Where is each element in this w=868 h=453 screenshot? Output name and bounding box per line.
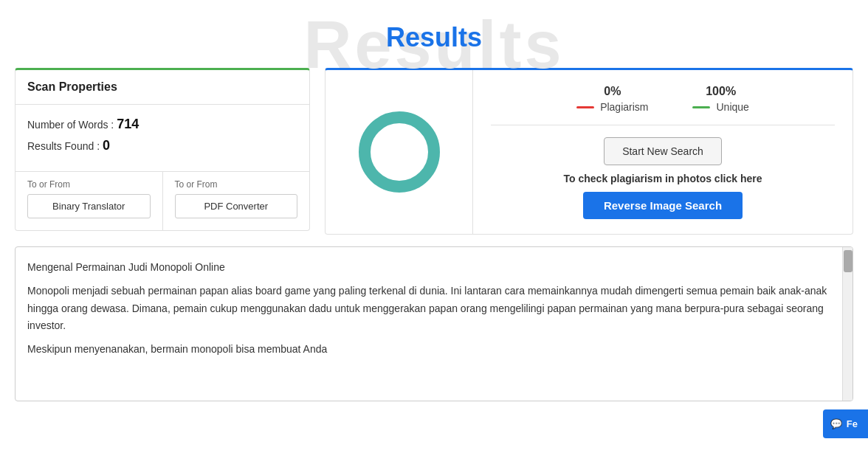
word-count-label: Number of Words : — [27, 119, 114, 131]
floating-icon: 💬 — [830, 418, 842, 429]
word-count-value: 714 — [117, 117, 139, 131]
text-paragraph2: Meskipun menyenanakan, bermain monopoli … — [27, 341, 830, 359]
unique-legend: 100% Unique — [692, 85, 748, 113]
converter2-label: To or From — [175, 179, 298, 190]
left-panel: Scan Properties Number of Words : 714 Re… — [15, 68, 310, 235]
results-found-value: 0 — [103, 138, 110, 153]
legend-row: 0% Plagiarism 100% Unique — [491, 85, 835, 113]
plagiarism-legend: 0% Plagiarism — [576, 85, 648, 113]
page-title: Results — [0, 22, 868, 53]
donut-chart — [359, 111, 440, 193]
text-heading: Mengenal Permainan Judi Monopoli Online — [27, 259, 830, 277]
plagiarism-label: Plagiarism — [600, 101, 648, 113]
unique-indicator — [692, 106, 710, 108]
scan-properties-card: Scan Properties Number of Words : 714 Re… — [15, 68, 310, 231]
right-panel: 0% Plagiarism 100% Unique Start — [325, 68, 853, 235]
results-section: 0% Plagiarism 100% Unique Start — [473, 70, 852, 234]
plagiarism-legend-row: Plagiarism — [576, 101, 648, 113]
converter-binary: To or From Binary Translator — [16, 172, 163, 230]
start-new-search-button[interactable]: Start New Search — [604, 137, 722, 165]
unique-pct: 100% — [706, 85, 736, 98]
converter1-label: To or From — [27, 179, 151, 190]
text-paragraph1: Monopoli menjadi sebuah permainan papan … — [27, 283, 830, 335]
scrollbar-track[interactable] — [842, 247, 852, 401]
scan-stats: Number of Words : 714 Results Found : 0 — [16, 105, 309, 172]
unique-legend-row: Unique — [692, 101, 748, 113]
photo-check-label: To check plagiarism in photos click here — [564, 173, 762, 184]
donut-section — [326, 70, 473, 234]
action-section: Start New Search To check plagiarism in … — [491, 137, 835, 219]
binary-translator-button[interactable]: Binary Translator — [27, 194, 151, 218]
text-area-section: Mengenal Permainan Judi Monopoli Online … — [15, 246, 853, 401]
results-found-label: Results Found : — [27, 140, 100, 152]
unique-label: Unique — [716, 101, 748, 113]
text-content: Mengenal Permainan Judi Monopoli Online … — [16, 247, 842, 401]
plagiarism-pct: 0% — [604, 85, 621, 98]
floating-feedback-button[interactable]: 💬 Fe — [823, 409, 868, 438]
converters: To or From Binary Translator To or From … — [16, 172, 309, 230]
results-found-row: Results Found : 0 — [27, 138, 297, 153]
converter-pdf: To or From PDF Converter — [163, 172, 310, 230]
scrollbar-thumb[interactable] — [844, 250, 852, 272]
pdf-converter-button[interactable]: PDF Converter — [175, 194, 298, 218]
plagiarism-indicator — [576, 106, 594, 108]
reverse-image-search-button[interactable]: Reverse Image Search — [583, 192, 743, 219]
divider — [491, 125, 835, 125]
main-content: Scan Properties Number of Words : 714 Re… — [0, 68, 868, 235]
word-count-row: Number of Words : 714 — [27, 117, 297, 132]
scan-properties-header: Scan Properties — [16, 70, 309, 105]
photo-check-text: To check plagiarism in photos click here — [564, 173, 762, 184]
header: Results Results — [0, 0, 868, 68]
floating-label: Fe — [847, 418, 858, 429]
